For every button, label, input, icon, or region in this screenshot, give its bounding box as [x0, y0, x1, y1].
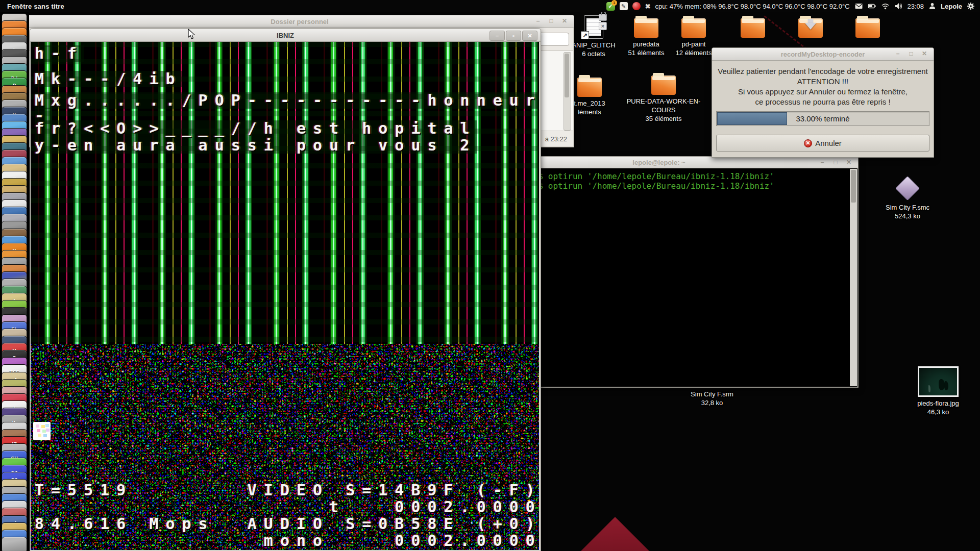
mouse-cursor: [188, 29, 195, 40]
system-tray: ✓1 ✎ ✖ cpu: 47% mem: 08% 96.8°C 98.0°C 9…: [606, 2, 980, 11]
close-button[interactable]: ✕: [918, 49, 930, 58]
folder-icon: [741, 18, 765, 38]
note-edit-icon[interactable]: ✎: [620, 2, 628, 10]
terminal-title: lepole@lepole: ~: [632, 159, 685, 166]
ibniz-titlebar[interactable]: IBNIZ – ▫ ✕: [30, 29, 541, 42]
cancel-x-icon: ✕: [804, 139, 812, 147]
folder-download-icon: [798, 18, 823, 38]
close-button[interactable]: ✕: [558, 17, 571, 25]
icon-sublabel: 46,3 ko: [927, 408, 949, 416]
maximize-button[interactable]: □: [829, 158, 842, 166]
file-manager-scrollbar[interactable]: [564, 52, 571, 131]
application-dock: ◎✎▦PdP✕▩U▶⬇FLVSTCFaAAJLIZGUC2C2::rip: [0, 12, 29, 551]
icon-sublabel: léments: [578, 108, 601, 116]
desktop-icon-sim-city-smc[interactable]: Sim City F.smc524,3 ko: [869, 176, 946, 220]
folder-icon: [651, 76, 676, 95]
terminal-scrollbar[interactable]: [850, 169, 857, 386]
cancel-button[interactable]: ✕ Annuler: [716, 135, 929, 152]
icon-label: pieds-flora.jpg: [917, 399, 959, 408]
ibniz-stats-line: t 0002.0000: [35, 498, 539, 515]
user-icon: [928, 2, 936, 10]
minimize-button[interactable]: –: [489, 31, 505, 41]
minimize-button[interactable]: –: [532, 17, 544, 25]
dialog-message-line: Veuillez patienter pendant l'encodage de…: [717, 66, 928, 77]
dialog-message: Veuillez patienter pendant l'encodage de…: [717, 66, 928, 107]
ibniz-glitch-line: h-f: [35, 45, 84, 62]
dialog-title: recordMyDesktop-encoder: [781, 51, 865, 58]
close-button[interactable]: ✕: [522, 31, 537, 41]
folder-icon: [634, 18, 658, 38]
minimize-button[interactable]: –: [816, 158, 828, 166]
broken-emblem-icon: ×: [599, 22, 607, 30]
recording-icon[interactable]: [632, 2, 641, 10]
progress-label: 33.00% terminé: [717, 112, 929, 126]
jpg-icon: [918, 366, 959, 397]
ibniz-canvas[interactable]: h-fMk---/4ibMxg....../POP-----------honn…: [31, 42, 539, 550]
folder-icon: [577, 78, 602, 97]
color-palette-mini-window[interactable]: [33, 422, 51, 440]
mail-icon[interactable]: [854, 2, 863, 10]
desktop-icon-folder-6[interactable]: [829, 18, 906, 40]
ibniz-stats-text: T=5519 VIDEO S=14B9F (-F) t 0002.000084.…: [35, 482, 539, 549]
maximize-button[interactable]: □: [545, 17, 557, 25]
desktop-icon-pieds-flora-jpg[interactable]: pieds-flora.jpg46,3 ko: [900, 366, 976, 416]
ibniz-glitch-line: Mxg....../POP-----------honneur: [35, 92, 539, 109]
active-window-title: Fenêtre sans titre: [7, 3, 64, 10]
folder-icon: [855, 18, 880, 38]
recordmydesktop-dialog: recordMyDesktop-encoder – □ ✕ Veuillez p…: [712, 47, 934, 158]
icon-label: pd-paint: [682, 40, 706, 48]
icon-sublabel: 32,8 ko: [701, 398, 723, 407]
ibniz-glitch-line: fr?<<O>>____//h est hopital: [35, 120, 477, 137]
icon-label: Sim City F.srm: [691, 390, 733, 398]
desktop: ×↗ANIP_GLITCH6 octetspuredata51 éléments…: [0, 0, 980, 551]
maximize-button[interactable]: □: [905, 49, 917, 58]
minimize-button[interactable]: –: [892, 49, 904, 58]
ibniz-stats-line: T=5519 VIDEO S=14B9F (-F): [35, 482, 539, 498]
volume-icon[interactable]: [894, 2, 903, 10]
dialog-titlebar[interactable]: recordMyDesktop-encoder – □ ✕: [712, 48, 934, 61]
encoding-progress-bar: 33.00% terminé: [716, 111, 929, 126]
scrollbar-thumb[interactable]: [565, 54, 569, 97]
ibniz-glitch-line: y-en aura aussi pour vous 2: [35, 137, 477, 154]
icon-sublabel: 524,3 ko: [895, 212, 920, 220]
wifi-icon[interactable]: [881, 3, 890, 10]
smc-icon: [895, 176, 920, 201]
dialog-message-line: ce processus ne pourra pas être repris !: [717, 97, 928, 107]
software-updater-icon[interactable]: ✓1: [606, 2, 615, 11]
folder-icon: [681, 18, 706, 38]
file-icon: ×↗: [584, 15, 603, 39]
scrollbar-thumb[interactable]: [851, 170, 856, 203]
dialog-message-line: ATTENTION !!!: [717, 77, 928, 87]
clock[interactable]: 23:08: [908, 3, 924, 10]
icon-sublabel: 35 éléments: [646, 114, 682, 123]
file-manager-titlebar[interactable]: Dossier personnel – □ ✕: [26, 15, 574, 28]
maximize-button[interactable]: ▫: [506, 31, 521, 41]
file-manager-status-text: à 23:22: [545, 135, 567, 143]
wallpaper-diamond: [572, 517, 658, 551]
ibniz-stats-line: mono 0002.0000: [35, 532, 539, 549]
ibniz-glitch-line: Mk---/4ib: [35, 71, 182, 87]
battery-icon[interactable]: [868, 2, 876, 10]
workspace-applet-icon[interactable]: ✖: [645, 3, 651, 10]
ibniz-window: IBNIZ – ▫ ✕ h-fMk---/4ibMxg....../POP---…: [30, 29, 541, 551]
file-manager-title: Dossier personnel: [271, 18, 328, 26]
ibniz-title: IBNIZ: [277, 32, 294, 39]
username[interactable]: Lepole: [941, 3, 962, 10]
desktop-icon-pure-data-work-en-cours[interactable]: PURE-DATA-WORK-EN-COURS35 éléments: [625, 76, 702, 123]
icon-sublabel: 12 éléments: [676, 48, 712, 57]
dialog-message-line: Si vous appuyez sur Annuler ou fermez la…: [717, 87, 928, 97]
icon-label: Sim City F.smc: [886, 203, 929, 212]
lock-emblem-icon: [599, 14, 607, 21]
ibniz-stats-line: 84.616 Mops AUDIO S=0B58E (+0): [35, 515, 539, 532]
dock-icon-disc3[interactable]: [2, 537, 27, 551]
icon-sublabel: 6 octets: [582, 49, 605, 58]
icon-label: t.me_2013: [574, 99, 605, 108]
close-button[interactable]: ✕: [843, 158, 855, 166]
top-panel: Fenêtre sans titre ✓1 ✎ ✖ cpu: 47% mem: …: [0, 0, 980, 12]
shortcut-arrow-icon: ↗: [581, 31, 589, 39]
icon-label: PURE-DATA-WORK-EN-COURS: [625, 97, 702, 114]
system-stats-text: cpu: 47% mem: 08% 96.8°C 98.0°C 94.0°C 9…: [655, 3, 850, 10]
gear-icon[interactable]: [967, 2, 975, 10]
